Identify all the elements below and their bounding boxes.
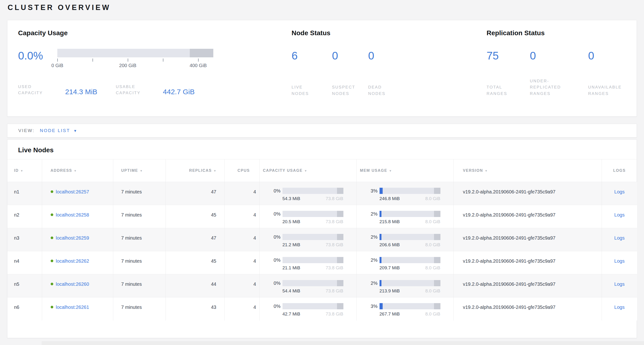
table-row: n6localhost:262617 minutes4340%42.7 MiB7… <box>7 297 637 320</box>
table-row: n5localhost:262607 minutes4440%54.4 MiB7… <box>7 274 637 297</box>
capacity-bar-reserved-segment <box>337 257 344 263</box>
mem-bar-fill <box>380 188 383 194</box>
mem-total-value: 8.0 GiB <box>425 242 440 247</box>
node-id-cell: n5 <box>7 274 42 297</box>
logs-link[interactable]: Logs <box>614 281 624 287</box>
column-header-version[interactable]: VERSION▼ <box>453 159 602 182</box>
capacity-bar-axis <box>57 59 213 62</box>
mem-bar-reserved-segment <box>434 303 440 309</box>
logs-link[interactable]: Logs <box>614 189 624 194</box>
column-header-label: VERSION <box>463 168 483 173</box>
capacity-bar-reserved-segment <box>337 234 344 240</box>
view-bar: VIEW: NODE LIST ▼ <box>7 124 637 138</box>
axis-tick <box>128 59 128 62</box>
column-header-id[interactable]: ID▼ <box>7 159 42 182</box>
address-link[interactable]: localhost:26260 <box>56 281 89 287</box>
capacity-usage-cell: 0%20.5 MiB73.8 GiB <box>260 205 356 228</box>
capacity-usage-percent: 0% <box>263 188 280 194</box>
uptime-cell: 7 minutes <box>113 228 166 251</box>
cpus-cell: 4 <box>224 274 260 297</box>
logs-cell: Logs <box>602 274 637 297</box>
capacity-used-value: 54.4 MiB <box>282 288 300 294</box>
address-cell: localhost:26261 <box>42 297 113 320</box>
live-status-dot-icon <box>51 260 53 262</box>
version-cell: v19.2.0-alpha.20190606-2491-gfe735c9a97 <box>453 274 602 297</box>
axis-tick <box>92 59 93 62</box>
stat-label: UNDER- REPLICATED RANGES <box>530 78 588 97</box>
logs-link[interactable]: Logs <box>614 304 624 310</box>
capacity-usage-percent: 0% <box>263 234 280 240</box>
mem-used-value: 267.7 MiB <box>380 311 400 317</box>
stat-value: 0 <box>368 50 408 61</box>
version-text: v19.2.0-alpha.20190606-2491-gfe735c9a97 <box>463 212 556 217</box>
capacity-usage-cell: 0%21.2 MiB73.8 GiB <box>260 228 356 251</box>
column-header-uptime[interactable]: UPTIME▼ <box>113 159 166 182</box>
column-header-label: REPLICAS <box>189 168 212 173</box>
logs-cell: Logs <box>602 228 637 251</box>
mem-bar-track <box>380 211 440 217</box>
summary-stat: 0DEAD NODES <box>368 49 408 97</box>
node-id-cell: n3 <box>7 228 42 251</box>
view-label: VIEW: <box>18 128 35 133</box>
mem-used-value: 206.6 MiB <box>380 242 400 247</box>
axis-tick-label: 400 GiB <box>190 63 207 68</box>
column-header-mem-usage[interactable]: MEM USAGE▼ <box>356 159 453 182</box>
column-header-capacity-usage[interactable]: CAPACITY USAGE▼ <box>260 159 356 182</box>
capacity-used-value: 20.5 MiB <box>282 219 300 224</box>
address-link[interactable]: localhost:26258 <box>56 212 89 217</box>
cpus-cell: 4 <box>224 228 260 251</box>
axis-tick-label: 200 GiB <box>119 63 136 68</box>
mem-usage-bar: 2%206.6 MiB8.0 GiB <box>360 234 453 247</box>
stat-label: TOTAL RANGES <box>486 84 530 97</box>
sort-arrow-icon: ▼ <box>140 169 143 173</box>
capacity-bar-track <box>282 280 344 286</box>
capacity-bar-axis-labels: 0 GiB200 GiB400 GiB <box>57 63 213 69</box>
version-cell: v19.2.0-alpha.20190606-2491-gfe735c9a97 <box>453 205 602 228</box>
address-link[interactable]: localhost:26259 <box>56 235 89 240</box>
capacity-used-value: 21.2 MiB <box>282 242 300 247</box>
address-link[interactable]: localhost:26262 <box>56 258 89 264</box>
axis-tick <box>198 59 198 62</box>
mem-usage-bar: 2%209.7 MiB8.0 GiB <box>360 257 453 270</box>
table-row: n4localhost:262627 minutes4540%21.1 MiB7… <box>7 251 637 274</box>
column-header-replicas[interactable]: REPLICAS▼ <box>166 159 224 182</box>
version-cell: v19.2.0-alpha.20190606-2491-gfe735c9a97 <box>453 251 602 274</box>
replicas-cell: 47 <box>166 182 224 205</box>
address-cell: localhost:26262 <box>42 251 113 274</box>
capacity-usage-percent: 0% <box>263 211 280 217</box>
mem-usage-cell: 3%246.8 MiB8.0 GiB <box>356 182 453 205</box>
logs-link[interactable]: Logs <box>614 235 624 240</box>
stat-label: UNAVAILABLE RANGES <box>588 84 638 97</box>
node-status-section: Node Status 6LIVE NODES0SUSPECT NODES0DE… <box>292 29 486 116</box>
logs-link[interactable]: Logs <box>614 212 624 217</box>
address-cell: localhost:26258 <box>42 205 113 228</box>
address-link[interactable]: localhost:26257 <box>56 189 89 194</box>
view-selector-dropdown[interactable]: NODE LIST ▼ <box>40 128 77 133</box>
stat-value: 0 <box>332 50 368 61</box>
summary-stat: 6LIVE NODES <box>292 49 332 97</box>
mem-usage-cell: 2%215.8 MiB8.0 GiB <box>356 205 453 228</box>
uptime-cell: 7 minutes <box>113 251 166 274</box>
column-header-cpus: CPUS <box>224 159 260 182</box>
capacity-usage-bar: 0%54.4 MiB73.8 GiB <box>263 280 356 294</box>
mem-used-value: 215.8 MiB <box>380 219 400 224</box>
capacity-usage-cell: 0%54.3 MiB73.8 GiB <box>260 182 356 205</box>
live-status-dot-icon <box>51 236 53 239</box>
mem-bar-reserved-segment <box>434 234 440 240</box>
stat-label: SUSPECT NODES <box>332 84 368 97</box>
column-header-address[interactable]: ADDRESS▼ <box>42 159 113 182</box>
mem-total-value: 8.0 GiB <box>425 219 440 224</box>
logs-cell: Logs <box>602 182 637 205</box>
mem-usage-cell: 2%209.7 MiB8.0 GiB <box>356 251 453 274</box>
replicas-cell: 43 <box>166 297 224 320</box>
mem-bar-track <box>380 188 440 194</box>
stat-value: 0 <box>588 50 638 61</box>
capacity-usage-cell: 0%42.7 MiB73.8 GiB <box>260 297 356 320</box>
mem-usage-bar: 3%267.7 MiB8.0 GiB <box>360 303 453 317</box>
capacity-total-value: 73.8 GiB <box>326 265 344 270</box>
sort-arrow-icon: ▼ <box>304 169 307 173</box>
stat-label: USABLE CAPACITY <box>116 84 156 96</box>
logs-link[interactable]: Logs <box>614 258 624 264</box>
mem-total-value: 8.0 GiB <box>425 265 440 270</box>
address-link[interactable]: localhost:26261 <box>56 304 89 310</box>
